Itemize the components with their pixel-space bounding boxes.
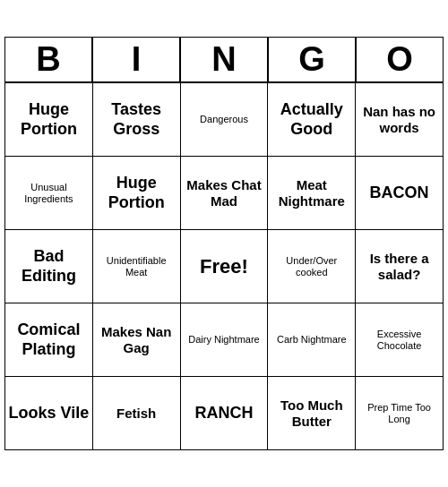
bingo-cell: Unidentifiable Meat <box>93 230 181 303</box>
bingo-card: BINGO Huge PortionTastes GrossDangerousA… <box>4 37 444 451</box>
header-letter: I <box>92 37 180 83</box>
header-letter: G <box>268 37 356 83</box>
bingo-cell: Too Much Butter <box>268 377 356 450</box>
bingo-cell: Dairy Nightmare <box>181 303 269 377</box>
bingo-cell: Bad Editing <box>5 230 93 303</box>
header-letter: O <box>356 37 444 83</box>
bingo-grid: Huge PortionTastes GrossDangerousActuall… <box>4 82 444 450</box>
bingo-cell: Unusual Ingredients <box>5 157 93 230</box>
bingo-cell: Is there a salad? <box>356 230 444 303</box>
bingo-cell: Nan has no words <box>356 83 444 157</box>
bingo-cell: Tastes Gross <box>93 83 181 157</box>
bingo-cell: Comical Plating <box>5 303 93 377</box>
bingo-cell: Prep Time Too Long <box>356 377 444 450</box>
bingo-header: BINGO <box>4 37 444 83</box>
bingo-cell: Under/Over cooked <box>268 230 356 303</box>
header-letter: B <box>4 37 92 83</box>
bingo-cell: Free! <box>181 230 269 303</box>
bingo-cell: Huge Portion <box>93 157 181 230</box>
bingo-cell: RANCH <box>181 377 269 450</box>
header-letter: N <box>180 37 268 83</box>
bingo-cell: Looks Vile <box>5 377 93 450</box>
bingo-cell: Huge Portion <box>5 83 93 157</box>
bingo-cell: Meat Nightmare <box>268 157 356 230</box>
bingo-cell: Actually Good <box>268 83 356 157</box>
bingo-cell: Fetish <box>93 377 181 450</box>
bingo-cell: Makes Nan Gag <box>93 303 181 377</box>
bingo-cell: Dangerous <box>181 83 269 157</box>
bingo-cell: Makes Chat Mad <box>181 157 269 230</box>
bingo-cell: Carb Nightmare <box>268 303 356 377</box>
bingo-cell: BACON <box>356 157 444 230</box>
bingo-cell: Excessive Chocolate <box>356 303 444 377</box>
